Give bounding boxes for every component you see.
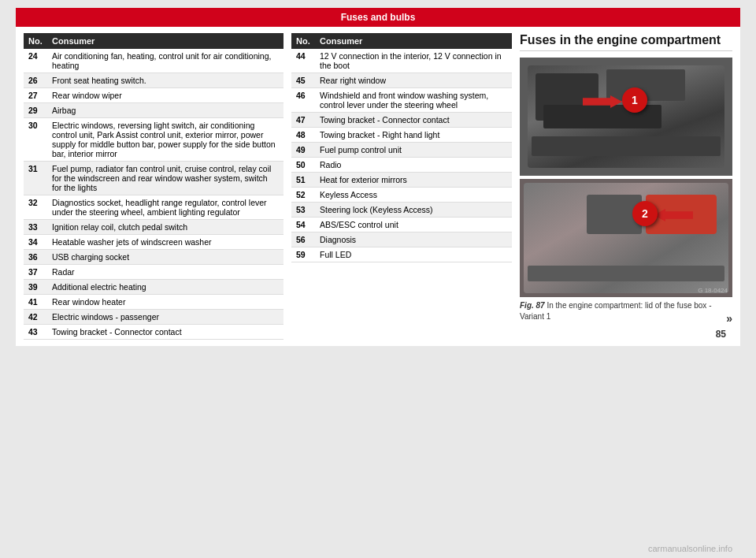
content-area: No. Consumer 24Air conditioning fan, hea…	[16, 27, 740, 346]
fuse-consumer: ABS/ESC control unit	[315, 218, 512, 232]
table-row: 47Towing bracket - Connector contact	[291, 113, 512, 128]
fuse-consumer: Heatable washer jets of windscreen washe…	[47, 235, 284, 250]
right-section: Fuses in the engine compartment 1	[520, 33, 732, 340]
table-row: 26Front seat heating switch.	[24, 73, 284, 88]
fuse-consumer: Diagnostics socket, headlight range regu…	[47, 195, 284, 220]
chevron-right-icon: »	[726, 311, 732, 327]
fuse-no: 46	[291, 88, 315, 113]
page-title: Fuses and bulbs	[16, 8, 740, 27]
engine-section-title: Fuses in the engine compartment	[520, 33, 732, 51]
arrow-badge-1: 1	[622, 87, 647, 113]
fuse-consumer: Ignition relay coil, clutch pedal switch	[47, 220, 284, 235]
arrow-badge-2: 2	[632, 201, 658, 226]
fuse-consumer: Towing bracket - Connector contact	[315, 113, 512, 128]
left-col-no: No.	[24, 33, 47, 49]
fuse-consumer: Fuel pump control unit	[315, 143, 512, 158]
fuse-no: 26	[24, 73, 47, 88]
table-row: 48Towing bracket - Right hand light	[291, 128, 512, 143]
fuse-consumer: Fuel pump, radiator fan control unit, cr…	[47, 162, 284, 195]
table-row: 36USB charging socket	[24, 250, 284, 265]
fuse-consumer: Air conditioning fan, heating, control u…	[47, 49, 284, 73]
fuse-no: 47	[291, 113, 315, 128]
figure-caption-text: In the engine compartment: lid of the fu…	[520, 301, 711, 321]
table-row: 46Windshield and front window washing sy…	[291, 88, 512, 113]
fuse-no: 45	[291, 73, 315, 88]
table-row: 41Rear window heater	[24, 295, 284, 310]
fuse-no: 33	[24, 220, 47, 235]
engine-image-bottom: 2 G 18-0424	[520, 179, 732, 297]
table-row: 49Fuel pump control unit	[291, 143, 512, 158]
fuse-consumer: Rear window wiper	[47, 88, 284, 103]
left-fuse-table: No. Consumer 24Air conditioning fan, hea…	[24, 33, 284, 340]
fuse-no: 44	[291, 49, 315, 73]
fuse-no: 27	[24, 88, 47, 103]
middle-fuse-table: No. Consumer 4412 V connection in the in…	[291, 33, 512, 262]
table-row: 39Additional electric heating	[24, 280, 284, 295]
fuse-no: 30	[24, 118, 47, 162]
fuse-no: 32	[24, 195, 47, 220]
table-row: 32Diagnostics socket, headlight range re…	[24, 195, 284, 220]
fuse-consumer: Windshield and front window washing syst…	[315, 88, 512, 113]
fuse-no: 39	[24, 280, 47, 295]
fuse-consumer: Towing bracket - Right hand light	[315, 128, 512, 143]
table-row: 42Electric windows - passenger	[24, 310, 284, 325]
fuse-no: 34	[24, 235, 47, 250]
fuse-consumer: Additional electric heating	[47, 280, 284, 295]
fuse-no: 52	[291, 188, 315, 203]
fuse-no: 36	[24, 250, 47, 265]
fuse-consumer: Radio	[315, 158, 512, 173]
fuse-consumer: Diagnosis	[315, 232, 512, 247]
fuse-no: 41	[24, 295, 47, 310]
fuse-consumer: Heat for exterior mirrors	[315, 173, 512, 188]
fuse-consumer: Rear window heater	[47, 295, 284, 310]
fuse-consumer: 12 V connection in the interior, 12 V co…	[315, 49, 512, 73]
fuse-consumer: Full LED	[315, 247, 512, 262]
fuse-consumer: Rear right window	[315, 73, 512, 88]
page-number: 85	[716, 329, 726, 340]
table-row: 51Heat for exterior mirrors	[291, 173, 512, 188]
fuse-no: 29	[24, 103, 47, 118]
fuse-consumer: Keyless Access	[315, 188, 512, 203]
fuse-no: 54	[291, 218, 315, 232]
watermark: carmanualsonline.info	[648, 544, 732, 553]
table-row: 43Towing bracket - Connector contact	[24, 325, 284, 340]
fuse-consumer: Steering lock (Keyless Access)	[315, 203, 512, 218]
fuse-consumer: Towing bracket - Connector contact	[47, 325, 284, 340]
fuse-consumer: Radar	[47, 265, 284, 280]
fuse-no: 49	[291, 143, 315, 158]
fuse-no: 31	[24, 162, 47, 195]
left-col-consumer: Consumer	[47, 33, 284, 49]
table-row: 37Radar	[24, 265, 284, 280]
table-row: 45Rear right window	[291, 73, 512, 88]
table-row: 33Ignition relay coil, clutch pedal swit…	[24, 220, 284, 235]
table-row: 27Rear window wiper	[24, 88, 284, 103]
figure-caption: Fig. 87 In the engine compartment: lid o…	[520, 300, 732, 322]
fuse-no: 50	[291, 158, 315, 173]
table-row: 54ABS/ESC control unit	[291, 218, 512, 232]
figure-label: Fig. 87	[520, 301, 545, 310]
table-row: 24Air conditioning fan, heating, control…	[24, 49, 284, 73]
fuse-consumer: Front seat heating switch.	[47, 73, 284, 88]
fuse-no: 42	[24, 310, 47, 325]
table-row: 53Steering lock (Keyless Access)	[291, 203, 512, 218]
table-row: 30Electric windows, reversing light swit…	[24, 118, 284, 162]
table-row: 4412 V connection in the interior, 12 V …	[291, 49, 512, 73]
fuse-consumer: Electric windows - passenger	[47, 310, 284, 325]
fuse-no: 59	[291, 247, 315, 262]
fuse-consumer: Electric windows, reversing light switch…	[47, 118, 284, 162]
table-row: 59Full LED	[291, 247, 512, 262]
table-row: 29Airbag	[24, 103, 284, 118]
table-row: 52Keyless Access	[291, 188, 512, 203]
fuse-no: 48	[291, 128, 315, 143]
table-row: 50Radio	[291, 158, 512, 173]
page-container: Fuses and bulbs No. Consumer 24Air condi…	[16, 8, 740, 346]
engine-image-top: 1	[520, 58, 732, 176]
fuse-consumer: USB charging socket	[47, 250, 284, 265]
table-row: 34Heatable washer jets of windscreen was…	[24, 235, 284, 250]
table-row: 56Diagnosis	[291, 232, 512, 247]
fuse-no: 43	[24, 325, 47, 340]
left-table-section: No. Consumer 24Air conditioning fan, hea…	[24, 33, 284, 340]
fuse-no: 37	[24, 265, 47, 280]
fuse-no: 56	[291, 232, 315, 247]
middle-col-no: No.	[291, 33, 315, 49]
